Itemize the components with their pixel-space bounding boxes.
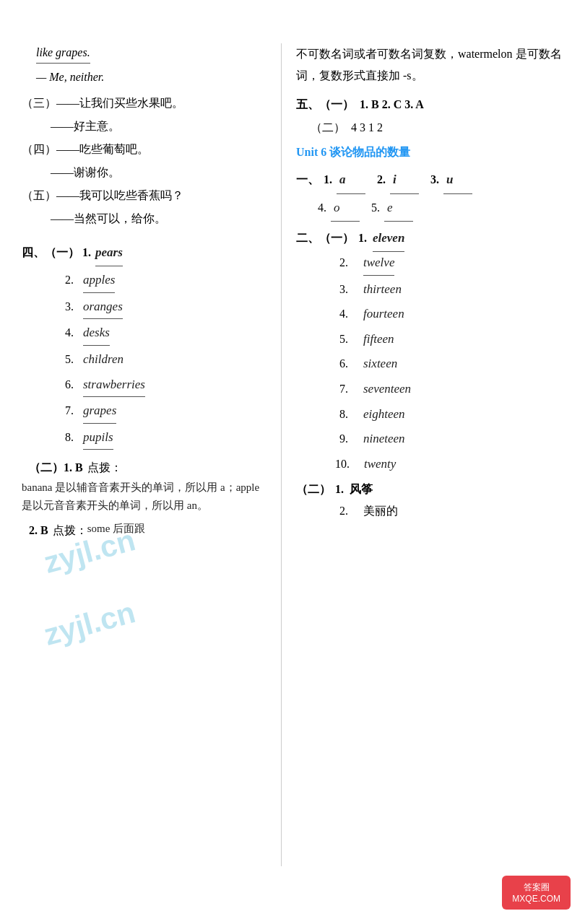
note2-label: 2. B	[29, 520, 48, 541]
s2b-ans1: 风筝	[350, 478, 373, 501]
s4-ans8: pupils	[83, 427, 113, 450]
bottom-logo: 答案圈 MXQE.COM	[502, 876, 571, 910]
s2-num5: 5.	[339, 329, 358, 350]
unit-title: Unit 6 谈论物品的数量	[296, 145, 571, 160]
s1-num1: 1.	[324, 167, 332, 192]
section5-header: 五、（一）	[296, 93, 354, 116]
s4-num4: 4.	[65, 323, 83, 344]
section5-results2-label: （二）	[311, 116, 345, 139]
s2-ans2: twelve	[363, 252, 394, 276]
s1-num5: 5.	[371, 195, 380, 220]
s4-ans4: desks	[83, 322, 110, 346]
dialog4-a: ——谢谢你。	[51, 161, 120, 184]
s1-ans4: o	[331, 194, 360, 222]
s4-num3: 3.	[65, 297, 83, 318]
s4-num8: 8.	[65, 427, 83, 448]
section1-header: 一、	[296, 167, 319, 192]
s4-item3: 3. oranges	[65, 296, 266, 320]
s2-item7: 7. seventeen	[339, 378, 571, 401]
dialog5-label: （五）	[22, 184, 56, 207]
s4-ans7: grapes	[83, 400, 116, 424]
s2b-num1: 1.	[335, 478, 344, 501]
section-1: 一、 1. a 2. i 3. u 4. o 5. e	[296, 166, 571, 222]
s4-ans6: strawberries	[83, 374, 145, 398]
s4-item4: 4. desks	[65, 322, 266, 346]
s2-ans10: twenty	[364, 453, 396, 476]
s4-item7: 7. grapes	[65, 400, 266, 424]
top-note-text: 不可数名词或者可数名词复数，watermelon 是可数名词，复数形式直接加 -…	[296, 48, 562, 82]
s1-ans2: i	[390, 166, 419, 193]
dialog3-a: ——好主意。	[51, 115, 120, 138]
s2-num6: 6.	[339, 354, 358, 375]
section-4: 四、（一） 1. pears 2. apples 3. oranges 4. d…	[22, 240, 266, 541]
dialog-3: （三） ——让我们买些水果吧。 ——好主意。	[22, 92, 266, 138]
dialog-4: （四） ——吃些葡萄吧。 ——谢谢你。	[22, 138, 266, 184]
s4-num5: 5.	[65, 349, 83, 370]
dialog4-label: （四）	[22, 138, 56, 161]
s2-item8: 8. eighteen	[339, 404, 571, 426]
s2-num1: 1.	[358, 227, 367, 250]
s2-item9: 9. nineteen	[339, 428, 571, 450]
s4-item5: 5. children	[65, 349, 266, 371]
section5-results2: 4 3 1 2	[351, 116, 383, 139]
dialog5-a: ——当然可以，给你。	[51, 207, 166, 230]
s2-item2: 2. twelve	[339, 252, 571, 276]
s2-num8: 8.	[339, 404, 358, 425]
section-5: 五、（一） 1. B 2. C 3. A （二） 4 3 1 2	[296, 93, 571, 139]
s2-num3: 3.	[339, 279, 358, 300]
note2-text: some 后面跟	[87, 520, 145, 539]
s2-ans7: seventeen	[363, 378, 411, 401]
logo-line1: 答案圈	[512, 881, 560, 894]
dialog3-q: ——让我们买些水果吧。	[56, 92, 183, 115]
s2-ans1: eleven	[373, 226, 404, 252]
s4-num7: 7.	[65, 401, 83, 422]
section5-results: 1. B 2. C 3. A	[360, 93, 424, 116]
s2-num10: 10.	[335, 454, 358, 475]
s1-ans3: u	[443, 166, 472, 193]
page: like grapes. — Me, neither. （三） ——让我们买些水…	[0, 0, 585, 924]
s4-num2: 2.	[65, 270, 83, 291]
s2-num9: 9.	[339, 429, 358, 450]
section4-ans1: pears	[95, 240, 123, 266]
s2-item3: 3. thirteen	[339, 279, 571, 301]
dialog3-label: （三）	[22, 92, 56, 115]
s2-num7: 7.	[339, 379, 358, 400]
s4-ans5: children	[83, 349, 124, 371]
s2-item5: 5. fifteen	[339, 328, 571, 351]
dialog-text2: — Me, neither.	[36, 68, 104, 87]
s2-ans6: sixteen	[363, 353, 397, 375]
s2b-num2: 2.	[339, 501, 358, 522]
dialog-line1: like grapes.	[36, 43, 266, 64]
section4-num1: 1.	[82, 241, 91, 264]
s2-ans4: fourteen	[363, 303, 404, 326]
s1-num3: 3.	[430, 167, 439, 192]
section-2: 二、（一） 1. eleven 2. twelve 3. thirteen 4.…	[296, 226, 571, 522]
dialog-5: （五） ——我可以吃些香蕉吗？ ——当然可以，给你。	[22, 184, 266, 230]
s4-ans3: oranges	[83, 296, 123, 320]
s2-ans5: fifteen	[363, 328, 394, 351]
s2-item10: 10. twenty	[335, 453, 571, 476]
s4-num6: 6.	[65, 375, 83, 396]
s1-ans1: a	[337, 166, 365, 193]
section2-header: 二、（一）	[296, 227, 354, 250]
s2-num2: 2.	[339, 253, 358, 274]
tip1-label: 点拨：	[87, 457, 122, 479]
note1-label: （二）1. B	[29, 457, 83, 479]
logo-line2: MXQE.COM	[512, 894, 560, 904]
top-note: 不可数名词或者可数名词复数，watermelon 是可数名词，复数形式直接加 -…	[296, 43, 571, 86]
s2b-ans2: 美丽的	[363, 501, 398, 522]
s2-ans9: nineteen	[363, 428, 405, 450]
s4-ans2: apples	[83, 269, 115, 293]
dialog4-q: ——吃些葡萄吧。	[56, 138, 149, 161]
s2-num4: 4.	[339, 304, 358, 325]
s2b-item2: 2. 美丽的	[339, 501, 571, 522]
s2-item6: 6. sixteen	[339, 353, 571, 375]
left-column: like grapes. — Me, neither. （三） ——让我们买些水…	[0, 43, 282, 866]
s1-num4: 4.	[318, 195, 326, 220]
tip2-label: 点拨：	[53, 520, 87, 541]
s2-ans3: thirteen	[363, 279, 402, 301]
s4-item8: 8. pupils	[65, 427, 266, 450]
section-2b: （二） 1. 风筝 2. 美丽的	[296, 478, 571, 522]
section2b-header: （二）	[296, 478, 331, 501]
s4-item2: 2. apples	[65, 269, 266, 293]
